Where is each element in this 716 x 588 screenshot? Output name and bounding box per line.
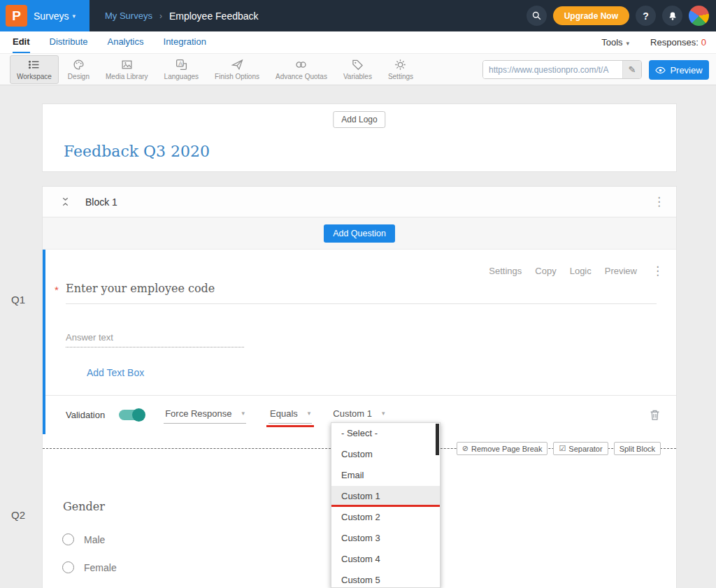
gear-icon <box>394 59 406 71</box>
translate-icon: A <box>176 59 187 71</box>
dropdown-option-custom3[interactable]: Custom 3 <box>331 528 440 549</box>
remove-page-break-button[interactable]: ⊘ Remove Page Break <box>457 442 548 455</box>
question-mark-icon: ? <box>643 10 649 22</box>
tab-distribute[interactable]: Distribute <box>50 31 88 53</box>
trash-icon <box>649 409 661 421</box>
block-title: Block 1 <box>85 196 117 208</box>
question-settings-link[interactable]: Settings <box>489 266 522 276</box>
bell-icon <box>668 11 678 21</box>
survey-title[interactable]: Feedback Q3 2020 <box>64 143 210 160</box>
block-header: Block 1 ⋮ <box>43 187 676 217</box>
palette-icon <box>73 59 85 71</box>
tools-menu[interactable]: Tools▾ <box>601 37 629 48</box>
dropdown-scrollbar[interactable] <box>436 424 439 455</box>
block-menu-button[interactable]: ⋮ <box>653 196 665 208</box>
survey-url-input[interactable] <box>483 61 622 78</box>
circle-slash-icon: ⊘ <box>462 444 468 453</box>
question-actions: Settings Copy Logic Preview ⋮ <box>489 265 664 277</box>
breadcrumb-separator: › <box>159 11 162 21</box>
edit-url-button[interactable]: ✎ <box>622 61 641 78</box>
upgrade-now-button[interactable]: Upgrade Now <box>553 6 629 25</box>
toolbar-item-advance-quotas[interactable]: Advance Quotas <box>268 55 334 84</box>
validation-label: Validation <box>66 410 105 420</box>
radio-icon[interactable] <box>62 533 74 545</box>
topbar-actions: Upgrade Now ? <box>527 0 709 31</box>
survey-header-card: Add Logo Feedback Q3 2020 <box>42 103 677 172</box>
toolbar-item-design[interactable]: Design <box>61 55 96 84</box>
answer-option-female[interactable]: Female <box>62 561 117 573</box>
answer-text-field[interactable]: Answer text <box>66 332 244 347</box>
question-text[interactable]: Gender <box>63 500 105 513</box>
preview-button[interactable]: Preview <box>649 60 709 80</box>
toolbar-item-media-library[interactable]: Media Library <box>99 55 155 84</box>
checkbox-icon: ☑ <box>559 444 566 453</box>
chevron-down-icon: ▾ <box>626 40 630 47</box>
top-bar: P Surveys ▾ My Surveys › Employee Feedba… <box>0 0 716 31</box>
breadcrumb-parent-link[interactable]: My Surveys <box>105 10 152 21</box>
validation-value-dropdown-menu: - Select - Custom Email Custom 1 Custom … <box>331 422 441 588</box>
help-button[interactable]: ? <box>636 6 656 26</box>
dropdown-option-email[interactable]: Email <box>331 465 440 486</box>
responses-counter[interactable]: Responses:0 <box>650 37 706 48</box>
breadcrumb-current: Employee Feedback <box>169 10 259 22</box>
dropdown-option-custom4[interactable]: Custom 4 <box>331 549 440 570</box>
validation-value-dropdown[interactable]: Custom 1▾ <box>331 407 386 424</box>
question-copy-link[interactable]: Copy <box>535 266 556 276</box>
workspace-icon <box>28 59 40 71</box>
dropdown-option-custom2[interactable]: Custom 2 <box>331 507 440 528</box>
breadcrumb: My Surveys › Employee Feedback <box>105 0 259 31</box>
question-text[interactable]: Enter your employee code <box>66 282 215 295</box>
search-button[interactable] <box>527 6 547 26</box>
collapse-icon <box>61 197 70 206</box>
add-text-box-link[interactable]: Add Text Box <box>87 367 144 378</box>
required-asterisk: * <box>55 284 59 296</box>
dropdown-option-select[interactable]: - Select - <box>331 423 440 444</box>
add-question-button[interactable]: Add Question <box>324 224 395 243</box>
question-preview-link[interactable]: Preview <box>605 266 637 276</box>
tab-integration[interactable]: Integration <box>164 31 206 53</box>
survey-editor-screen: P Surveys ▾ My Surveys › Employee Feedba… <box>0 0 716 588</box>
toolbar-item-variables[interactable]: Variables <box>336 55 379 84</box>
kebab-icon: ⋮ <box>653 195 665 208</box>
validation-toggle[interactable] <box>119 410 144 420</box>
add-logo-button[interactable]: Add Logo <box>333 111 385 128</box>
question-menu-button[interactable]: ⋮ <box>652 265 664 277</box>
chevron-down-icon: ▾ <box>73 13 76 20</box>
search-icon <box>531 10 542 21</box>
toolbar-item-workspace[interactable]: Workspace <box>10 55 59 84</box>
user-avatar[interactable] <box>689 6 709 26</box>
dropdown-option-custom5[interactable]: Custom 5 <box>331 570 440 588</box>
paper-plane-icon <box>231 59 243 71</box>
collapse-block-button[interactable] <box>61 197 70 206</box>
svg-text:A: A <box>178 59 182 66</box>
force-response-dropdown[interactable]: Force Response▾ <box>164 407 246 424</box>
tab-edit[interactable]: Edit <box>13 31 30 53</box>
split-block-button[interactable]: Split Block <box>614 442 661 455</box>
questionpro-logo[interactable]: P <box>6 5 27 27</box>
toolbar-item-languages[interactable]: A Languages <box>157 55 206 84</box>
question-panel-q1: Settings Copy Logic Preview ⋮ * Enter yo… <box>43 250 676 434</box>
toolbar-item-settings[interactable]: Settings <box>381 55 420 84</box>
question-number-q2: Q2 <box>11 509 25 521</box>
question-number-q1: Q1 <box>11 294 25 306</box>
image-icon <box>121 59 133 71</box>
radio-icon[interactable] <box>62 561 74 573</box>
chevron-down-icon: ▾ <box>242 410 245 417</box>
tab-analytics[interactable]: Analytics <box>107 31 143 53</box>
dropdown-option-custom1[interactable]: Custom 1 <box>331 486 440 507</box>
eye-icon <box>655 65 666 76</box>
toolbar-item-finish-options[interactable]: Finish Options <box>208 55 266 84</box>
validation-operator-dropdown[interactable]: Equals▾ <box>268 407 312 424</box>
dropdown-option-custom[interactable]: Custom <box>331 444 440 465</box>
question-logic-link[interactable]: Logic <box>570 266 592 276</box>
chevron-down-icon: ▾ <box>308 410 311 417</box>
section-tabs-bar: Edit Distribute Analytics Integration To… <box>0 31 716 53</box>
notifications-button[interactable] <box>662 6 682 26</box>
pencil-icon: ✎ <box>629 64 636 75</box>
answer-option-male[interactable]: Male <box>62 533 105 545</box>
tag-icon <box>352 59 364 71</box>
survey-url-box: ✎ <box>482 60 642 79</box>
delete-validation-button[interactable] <box>649 409 661 421</box>
product-switcher[interactable]: P Surveys ▾ <box>0 0 90 31</box>
separator-button[interactable]: ☑ Separator <box>553 442 608 455</box>
